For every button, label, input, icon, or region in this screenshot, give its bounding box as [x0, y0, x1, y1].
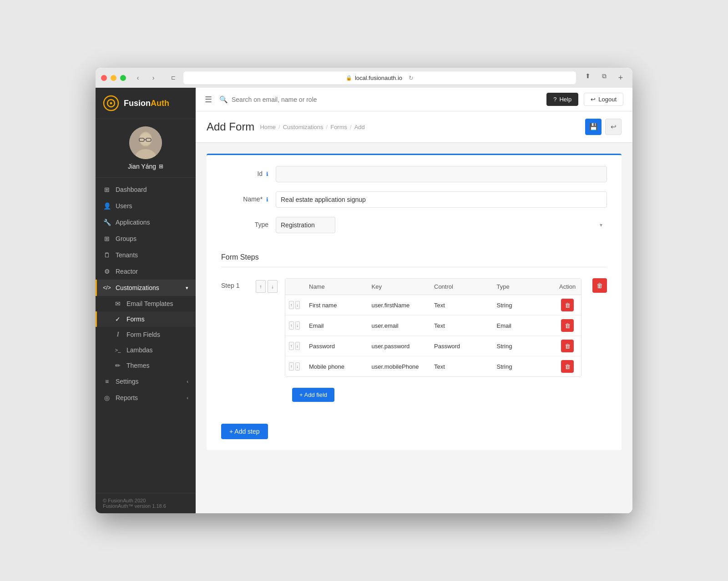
sidebar-item-lambdas[interactable]: >_ Lambdas	[96, 342, 196, 358]
type-select-wrapper: Registration Self Service User ▾	[276, 217, 607, 233]
refresh-icon[interactable]: ↻	[409, 75, 414, 81]
row-type: String	[491, 359, 554, 375]
sidebar-item-themes[interactable]: ✏ Themes	[96, 358, 196, 373]
row-type: String	[491, 338, 554, 354]
sidebar-item-form-fields[interactable]: I Form Fields	[96, 327, 196, 342]
sidebar-item-groups[interactable]: ⊞ Groups	[96, 230, 196, 247]
name-info-icon[interactable]: ℹ	[266, 196, 268, 203]
help-button[interactable]: ? Help	[546, 93, 578, 106]
step-sort-up-button[interactable]: ↑	[256, 280, 266, 293]
svg-point-2	[110, 102, 112, 105]
form-row-name: Name* ℹ	[221, 191, 607, 208]
type-select[interactable]: Registration Self Service User	[276, 217, 335, 233]
row-sort-up[interactable]: ↑	[289, 321, 294, 330]
row-control: Text	[429, 318, 491, 334]
row-sort-down[interactable]: ↓	[295, 342, 300, 350]
titlebar: ‹ › ⊏ 🔒 local.fusionauth.io ↻ ⬆ ⧉ +	[96, 68, 632, 88]
logo-area: FusionAuth	[96, 88, 196, 119]
row-control: Text	[429, 297, 491, 313]
logo-text: FusionAuth	[124, 99, 169, 108]
sidebar-item-users[interactable]: 👤 Users	[96, 198, 196, 214]
col-action: Action	[554, 279, 581, 295]
breadcrumb-current: Add	[354, 124, 365, 130]
row-sort-up[interactable]: ↑	[289, 342, 294, 350]
step-label: Step 1	[221, 278, 248, 289]
forward-button[interactable]: ›	[147, 73, 160, 82]
col-control: Control	[429, 279, 491, 295]
id-label: Id ℹ	[221, 166, 276, 177]
email-templates-icon: ✉	[114, 300, 122, 307]
id-input[interactable]	[276, 166, 607, 182]
row-type: String	[491, 297, 554, 313]
sidebar-item-label: Customizations	[116, 284, 159, 291]
menu-toggle[interactable]: ☰	[205, 95, 212, 105]
col-type: Type	[491, 279, 554, 295]
breadcrumb-home[interactable]: Home	[260, 124, 276, 130]
delete-row-button[interactable]: 🗑	[561, 360, 574, 373]
delete-row-button[interactable]: 🗑	[561, 340, 574, 352]
close-button[interactable]	[101, 75, 107, 81]
breadcrumb-sep-1: /	[278, 124, 280, 130]
delete-row-button[interactable]: 🗑	[561, 319, 574, 332]
row-name: First name	[303, 297, 366, 313]
back-to-list-button[interactable]: ↩	[605, 119, 622, 135]
name-input[interactable]	[276, 191, 607, 208]
logo-fusion: Fusion	[124, 99, 151, 108]
user-edit-icon[interactable]: ⊞	[159, 163, 163, 170]
sidebar: FusionAuth	[96, 88, 196, 513]
save-button[interactable]: 💾	[585, 119, 602, 135]
form-basic-section: Id ℹ Name* ℹ	[207, 155, 622, 253]
row-sort-down[interactable]: ↓	[295, 362, 300, 371]
header-actions: ? Help ↩ Logout	[546, 93, 623, 106]
row-sort-up[interactable]: ↑	[289, 301, 294, 309]
add-field-area: + Add field	[285, 377, 581, 409]
search-input[interactable]	[232, 96, 539, 103]
sidebar-sub-item-label: Lambdas	[126, 346, 153, 354]
step-sort-down-button[interactable]: ↓	[268, 280, 278, 293]
table-row: ↑ ↓ First name user.firstName Text Strin…	[285, 295, 581, 316]
row-name: Password	[303, 338, 366, 354]
back-button[interactable]: ‹	[131, 73, 144, 82]
name-label: Name* ℹ	[221, 191, 276, 203]
reports-icon: ◎	[103, 394, 111, 401]
sidebar-item-applications[interactable]: 🔧 Applications	[96, 214, 196, 230]
share-button[interactable]: ⬆	[581, 71, 594, 80]
id-info-icon[interactable]: ℹ	[266, 171, 268, 177]
row-sort-down[interactable]: ↓	[295, 321, 300, 330]
breadcrumb-forms[interactable]: Forms	[330, 124, 347, 130]
chevron-left-icon-reports: ‹	[187, 395, 188, 401]
sidebar-item-forms[interactable]: ✓ Forms	[96, 311, 196, 327]
row-key: user.mobilePhone	[366, 359, 429, 375]
add-step-button[interactable]: + Add step	[221, 424, 268, 439]
minimize-button[interactable]	[111, 75, 116, 81]
add-tab-button[interactable]: +	[614, 71, 627, 84]
maximize-button[interactable]	[120, 75, 126, 81]
step-section: Step 1 ↑ ↓	[207, 271, 622, 416]
sidebar-toggle[interactable]: ⊏	[167, 73, 180, 82]
sidebar-item-customizations[interactable]: </> Customizations ▾	[96, 280, 196, 296]
main-content: Add Form Home / Customizations / Forms /…	[196, 111, 632, 513]
row-key: user.email	[366, 318, 429, 334]
breadcrumb-customizations[interactable]: Customizations	[283, 124, 324, 130]
sidebar-item-reports[interactable]: ◎ Reports ‹	[96, 390, 196, 406]
logout-icon: ↩	[591, 96, 596, 103]
row-sort-down[interactable]: ↓	[295, 301, 300, 309]
add-field-button[interactable]: + Add field	[292, 388, 334, 402]
sidebar-item-dashboard[interactable]: ⊞ Dashboard	[96, 181, 196, 198]
sidebar-item-reactor[interactable]: ⚙ Reactor	[96, 263, 196, 280]
sidebar-item-label: Tenants	[116, 251, 138, 259]
settings-icon: ≡	[103, 378, 111, 385]
sidebar-item-tenants[interactable]: 🗒 Tenants	[96, 247, 196, 263]
users-icon: 👤	[103, 202, 111, 210]
sidebar-sub-item-label: Themes	[126, 362, 150, 369]
breadcrumb: Home / Customizations / Forms / Add	[260, 124, 364, 130]
traffic-lights	[101, 75, 126, 81]
sidebar-item-settings[interactable]: ≡ Settings ‹	[96, 373, 196, 390]
logout-button[interactable]: ↩ Logout	[584, 93, 623, 106]
sidebar-item-email-templates[interactable]: ✉ Email Templates	[96, 296, 196, 311]
delete-step-button[interactable]: 🗑	[592, 278, 607, 293]
svg-point-6	[140, 133, 152, 145]
new-tab-button[interactable]: ⧉	[598, 71, 611, 80]
delete-row-button[interactable]: 🗑	[561, 299, 574, 311]
row-sort-up[interactable]: ↑	[289, 362, 294, 371]
